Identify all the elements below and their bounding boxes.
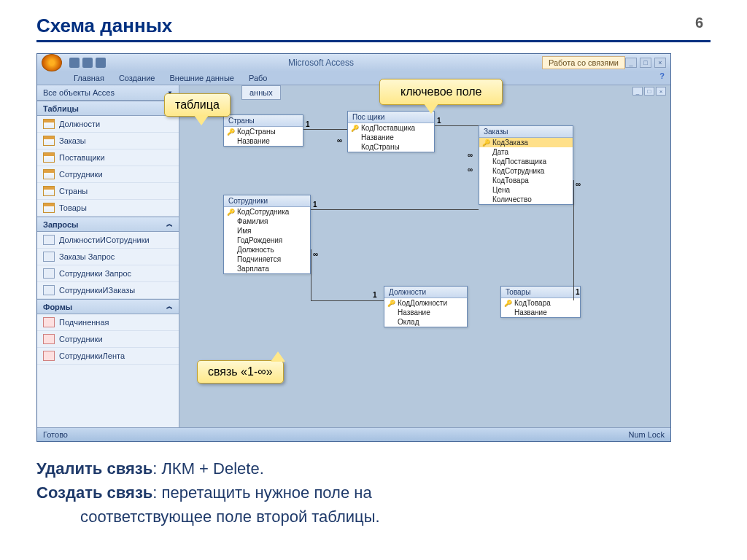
nav-item-label: СотрудникиИЗаказы bbox=[59, 286, 135, 295]
close-button[interactable]: × bbox=[654, 58, 666, 68]
entity-title: Сотрудники bbox=[224, 195, 310, 207]
entity-field[interactable]: КодПоставщика bbox=[479, 157, 573, 166]
nav-item-table[interactable]: Поставщики bbox=[37, 149, 179, 166]
nav-item-form[interactable]: Подчиненная bbox=[37, 314, 179, 331]
entity-field[interactable]: 🔑КодСотрудника bbox=[224, 207, 310, 217]
nav-item-form[interactable]: Сотрудники bbox=[37, 331, 179, 348]
entity-goods[interactable]: Товары 🔑КодТовара Название bbox=[500, 286, 581, 318]
doc-restore-icon[interactable]: □ bbox=[644, 87, 654, 96]
entity-field[interactable]: Название bbox=[224, 136, 303, 146]
app-title: Microsoft Access bbox=[107, 58, 535, 68]
entity-orders[interactable]: Заказы 🔑КодЗаказа Дата КодПоставщика Код… bbox=[479, 125, 573, 205]
entity-countries[interactable]: Страны 🔑КодСтраны Название bbox=[223, 114, 303, 147]
entity-field[interactable]: КодТовара bbox=[479, 176, 573, 185]
qat-redo-icon[interactable] bbox=[96, 58, 106, 68]
office-button[interactable] bbox=[42, 54, 62, 71]
nav-item-label: Сотрудники bbox=[59, 335, 103, 343]
entity-field[interactable]: Должность bbox=[224, 245, 310, 254]
ribbon-tab-external[interactable]: Внешние данные bbox=[163, 71, 241, 85]
contextual-tab[interactable]: Работа со связями bbox=[542, 56, 625, 69]
entity-field[interactable]: Фамилия bbox=[224, 217, 310, 226]
nav-item-query[interactable]: ДолжностиИСотрудники bbox=[37, 232, 179, 249]
table-icon bbox=[43, 119, 55, 129]
doc-close-icon[interactable]: × bbox=[656, 87, 666, 96]
entity-field[interactable]: КодСтраны bbox=[348, 142, 434, 152]
entity-field[interactable]: Количество bbox=[479, 195, 573, 204]
entity-field[interactable]: Подчиняется bbox=[224, 254, 310, 264]
relation-label-one: 1 bbox=[373, 291, 377, 299]
nav-item-label: ДолжностиИСотрудники bbox=[59, 236, 150, 244]
entity-field[interactable]: Цена bbox=[479, 185, 573, 195]
note-text: соответствующее поле второй таблицы. bbox=[36, 505, 711, 529]
entity-field[interactable]: 🔑КодПоставщика bbox=[348, 123, 434, 133]
ribbon-tab-home[interactable]: Главная bbox=[66, 71, 112, 85]
nav-header[interactable]: Все объекты Acces ▼ bbox=[37, 85, 179, 101]
relation-line[interactable] bbox=[311, 209, 479, 210]
key-icon: 🔑 bbox=[227, 128, 235, 136]
help-icon[interactable]: ? bbox=[659, 71, 665, 85]
title-underline bbox=[36, 40, 711, 42]
nav-item-label: Сотрудники Запрос bbox=[59, 269, 131, 278]
relation-line[interactable] bbox=[573, 180, 574, 300]
entity-field[interactable]: 🔑КодЗаказа bbox=[479, 138, 573, 147]
callout-keyfield: ключевое поле bbox=[379, 79, 503, 105]
form-icon bbox=[43, 351, 55, 361]
nav-item-form[interactable]: СотрудникиЛента bbox=[37, 348, 179, 365]
nav-item-table[interactable]: Заказы bbox=[37, 133, 179, 149]
entity-suppliers[interactable]: Пос щики 🔑КодПоставщика Название КодСтра… bbox=[347, 111, 435, 152]
entity-field[interactable]: 🔑КодТовара bbox=[501, 298, 580, 308]
slide-title: Схема данных bbox=[36, 15, 711, 37]
document-tab[interactable]: анных bbox=[241, 85, 281, 100]
nav-section-tables[interactable]: Таблицы ︽ bbox=[37, 101, 179, 116]
slide-notes: Удалить связь: ЛКМ + Delete. Создать свя… bbox=[36, 456, 711, 529]
form-icon bbox=[43, 334, 55, 344]
qat-save-icon[interactable] bbox=[69, 58, 80, 68]
relation-line[interactable] bbox=[435, 125, 479, 126]
relation-line[interactable] bbox=[311, 300, 384, 301]
entity-title: Страны bbox=[224, 115, 303, 127]
doc-minimize-icon[interactable]: _ bbox=[632, 87, 643, 96]
nav-item-table[interactable]: Сотрудники bbox=[37, 166, 179, 183]
entity-field[interactable]: Название bbox=[348, 133, 434, 142]
qat-undo-icon[interactable] bbox=[82, 58, 93, 68]
entity-field[interactable]: 🔑КодСтраны bbox=[224, 127, 303, 136]
relation-line[interactable] bbox=[311, 249, 311, 300]
nav-item-label: Заказы bbox=[59, 136, 86, 145]
ribbon-tab-tools[interactable]: Рабо bbox=[241, 71, 275, 85]
titlebar: Microsoft Access Работа со связями _ □ × bbox=[37, 54, 670, 71]
entity-field[interactable]: Дата bbox=[479, 147, 573, 157]
nav-section-label: Формы bbox=[43, 303, 72, 311]
nav-section-queries[interactable]: Запросы ︽ bbox=[37, 217, 179, 232]
nav-item-label: Должности bbox=[59, 120, 100, 128]
entity-field[interactable]: Оклад bbox=[384, 317, 467, 327]
ribbon-tab-create[interactable]: Создание bbox=[112, 71, 163, 85]
minimize-button[interactable]: _ bbox=[625, 58, 637, 68]
entity-field[interactable]: Зарплата bbox=[224, 264, 310, 273]
nav-item-query[interactable]: Сотрудники Запрос bbox=[37, 265, 179, 282]
nav-item-query[interactable]: СотрудникиИЗаказы bbox=[37, 282, 179, 299]
entity-field[interactable]: Название bbox=[501, 308, 580, 317]
entity-field[interactable]: 🔑КодДолжности bbox=[384, 298, 467, 308]
entity-positions[interactable]: Должности 🔑КодДолжности Название Оклад bbox=[384, 286, 468, 327]
note-text: : перетащить нужное поле на bbox=[152, 483, 371, 502]
nav-item-table[interactable]: Страны bbox=[37, 183, 179, 200]
entity-field[interactable]: Имя bbox=[224, 226, 310, 236]
relation-label-one: 1 bbox=[313, 201, 317, 209]
maximize-button[interactable]: □ bbox=[640, 58, 651, 68]
relation-line[interactable] bbox=[303, 129, 347, 130]
entity-field[interactable]: КодСотрудника bbox=[479, 166, 573, 176]
nav-item-table[interactable]: Должности bbox=[37, 116, 179, 133]
nav-item-query[interactable]: Заказы Запрос bbox=[37, 249, 179, 265]
entity-title: Пос щики bbox=[348, 112, 434, 123]
entity-field[interactable]: Название bbox=[384, 308, 467, 317]
entity-field[interactable]: ГодРождения bbox=[224, 236, 310, 245]
status-ready: Готово bbox=[43, 430, 68, 439]
entity-employees[interactable]: Сотрудники 🔑КодСотрудника Фамилия Имя Го… bbox=[223, 195, 311, 274]
nav-item-table[interactable]: Товары bbox=[37, 200, 179, 217]
nav-section-forms[interactable]: Формы ︽ bbox=[37, 299, 179, 314]
callout-tail-icon bbox=[194, 115, 209, 125]
nav-item-label: Товары bbox=[59, 203, 87, 212]
relation-label-many: ∞ bbox=[313, 250, 318, 258]
callout-tail-icon bbox=[271, 351, 285, 362]
nav-section-label: Запросы bbox=[43, 220, 78, 229]
